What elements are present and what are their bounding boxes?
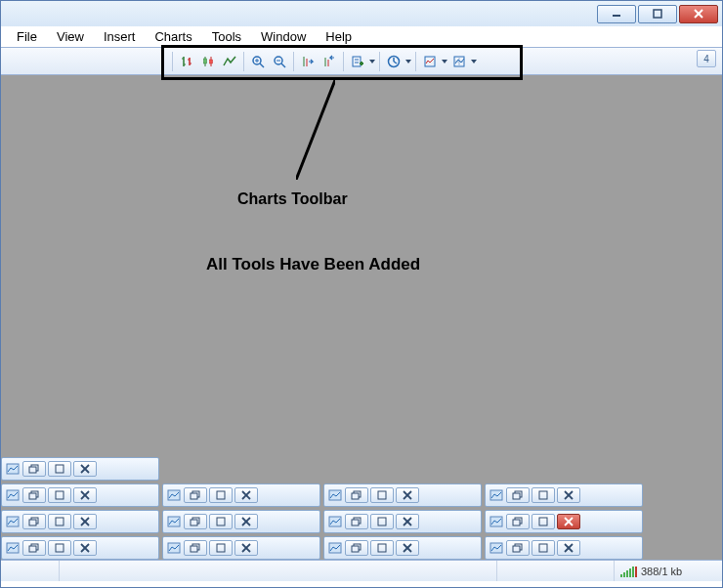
menu-tools[interactable]: Tools — [202, 27, 251, 46]
stub-close-button[interactable] — [234, 514, 258, 529]
candlestick-button[interactable] — [197, 51, 219, 72]
status-connection: 388/1 kb — [615, 561, 722, 581]
stub-close-button[interactable] — [73, 514, 97, 529]
chart-window-stub[interactable] — [485, 510, 643, 533]
menu-insert[interactable]: Insert — [94, 27, 146, 46]
templates-button[interactable] — [419, 51, 441, 72]
restore-icon — [351, 543, 362, 553]
chart-window-stub[interactable] — [323, 536, 482, 560]
stub-close-button[interactable] — [234, 487, 258, 503]
chart-window-stub[interactable] — [485, 536, 643, 560]
chart-window-stub[interactable] — [323, 510, 482, 533]
stub-maximize-button[interactable] — [209, 540, 233, 556]
stub-maximize-button[interactable] — [370, 540, 394, 556]
indicators-button[interactable] — [347, 51, 368, 72]
stub-restore-button[interactable] — [184, 487, 207, 503]
menu-file[interactable]: File — [7, 27, 47, 46]
stub-restore-button[interactable] — [22, 461, 46, 477]
stub-maximize-button[interactable] — [532, 540, 555, 556]
line-chart-icon — [223, 55, 236, 68]
stub-maximize-button[interactable] — [370, 514, 394, 529]
line-chart-button[interactable] — [219, 51, 240, 72]
stub-restore-button[interactable] — [345, 487, 368, 503]
svg-rect-57 — [352, 493, 359, 499]
indicators-dropdown[interactable] — [368, 51, 376, 72]
stub-maximize-button[interactable] — [48, 461, 71, 477]
close-button[interactable] — [679, 5, 718, 23]
svg-rect-63 — [513, 493, 520, 499]
chart-icon — [327, 540, 343, 556]
alerts-indicator[interactable]: 4 — [697, 50, 716, 67]
stub-restore-button[interactable] — [345, 540, 368, 556]
zoom-out-button[interactable] — [269, 51, 290, 72]
stub-restore-button[interactable] — [506, 540, 530, 556]
chart-icon — [5, 461, 21, 477]
grid-dropdown[interactable] — [470, 51, 478, 72]
restore-icon — [351, 490, 362, 500]
svg-rect-40 — [56, 465, 64, 473]
chart-window-stub[interactable] — [162, 483, 320, 507]
svg-line-32 — [394, 62, 397, 63]
maximize-icon — [54, 464, 65, 474]
chart-window-stub[interactable] — [323, 483, 482, 507]
chart-window-stub[interactable] — [162, 510, 320, 533]
menu-window[interactable]: Window — [251, 27, 316, 46]
stub-maximize-button[interactable] — [48, 540, 71, 556]
close-icon — [240, 490, 252, 500]
menu-view[interactable]: View — [47, 27, 94, 46]
chart-window-stub[interactable] — [162, 536, 320, 560]
chart-window-stub[interactable] — [1, 457, 159, 481]
templates-dropdown[interactable] — [441, 51, 448, 72]
stub-close-button[interactable] — [234, 540, 258, 556]
status-cell — [497, 561, 615, 581]
auto-scroll-icon — [301, 55, 315, 68]
periods-dropdown[interactable] — [404, 51, 412, 72]
menu-charts[interactable]: Charts — [145, 27, 201, 46]
stub-maximize-button[interactable] — [532, 487, 555, 503]
zoom-in-button[interactable] — [247, 51, 269, 72]
chart-shift-button[interactable] — [319, 51, 340, 72]
stub-close-button[interactable] — [557, 514, 580, 529]
stub-maximize-button[interactable] — [209, 514, 233, 529]
stub-maximize-button[interactable] — [48, 487, 71, 503]
chart-window-stub[interactable] — [1, 536, 159, 560]
chart-window-stub[interactable] — [1, 510, 159, 533]
stub-maximize-button[interactable] — [370, 487, 394, 503]
svg-rect-69 — [29, 520, 36, 525]
toolbar-separator — [379, 52, 380, 71]
svg-rect-52 — [217, 491, 225, 499]
bar-chart-button[interactable] — [176, 51, 197, 72]
stub-close-button[interactable] — [396, 487, 419, 503]
stub-close-button[interactable] — [73, 487, 97, 503]
maximize-icon — [376, 517, 388, 526]
stub-restore-button[interactable] — [184, 514, 207, 529]
stub-restore-button[interactable] — [506, 514, 530, 529]
minimize-button[interactable] — [597, 5, 636, 23]
stub-restore-button[interactable] — [506, 487, 530, 503]
stub-restore-button[interactable] — [22, 540, 46, 556]
stub-maximize-button[interactable] — [48, 514, 71, 529]
menu-help[interactable]: Help — [316, 27, 362, 46]
chart-window-stub[interactable] — [1, 483, 159, 507]
stub-maximize-button[interactable] — [532, 514, 555, 529]
stub-restore-button[interactable] — [22, 487, 46, 503]
stub-maximize-button[interactable] — [209, 487, 233, 503]
stub-restore-button[interactable] — [345, 514, 368, 529]
stub-restore-button[interactable] — [22, 514, 46, 529]
svg-rect-58 — [378, 491, 386, 499]
grid-button[interactable] — [448, 51, 470, 72]
stub-close-button[interactable] — [396, 514, 419, 529]
stub-close-button[interactable] — [557, 487, 580, 503]
maximize-button[interactable] — [638, 5, 677, 23]
stub-close-button[interactable] — [73, 540, 97, 556]
close-icon — [79, 464, 91, 474]
stub-close-button[interactable] — [396, 540, 419, 556]
stub-close-button[interactable] — [73, 461, 97, 477]
auto-scroll-button[interactable] — [297, 51, 319, 72]
chart-window-stub[interactable] — [485, 483, 643, 507]
close-icon — [240, 543, 252, 553]
periods-button[interactable] — [383, 51, 404, 72]
bar-chart-icon — [180, 55, 193, 68]
stub-restore-button[interactable] — [184, 540, 207, 556]
stub-close-button[interactable] — [557, 540, 580, 556]
